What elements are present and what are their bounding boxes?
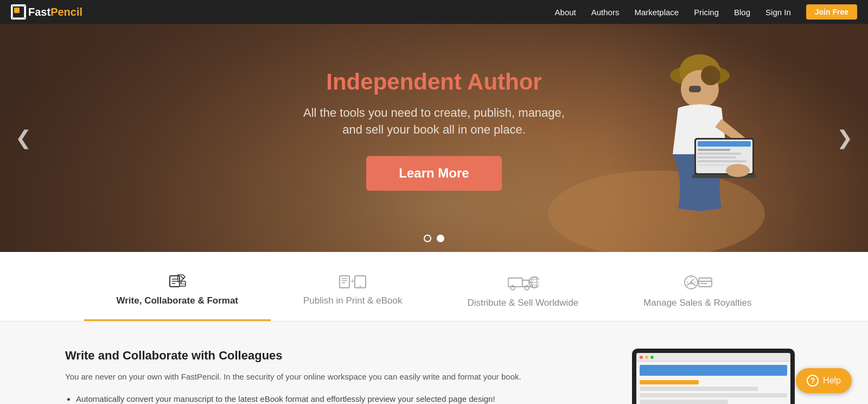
nav-sign-in[interactable]: Sign In [765,8,791,17]
svg-rect-33 [508,278,522,287]
hero-pagination [424,235,444,242]
logo-icon [11,4,26,20]
tab-write[interactable]: Write, Collaborate & Format [84,268,271,321]
hero-next-button[interactable]: ❯ [827,121,863,155]
svg-rect-25 [340,276,349,288]
svg-point-24 [180,282,182,284]
nav-blog[interactable]: Blog [734,8,750,17]
tab-publish[interactable]: + Publish in Print & eBook [271,268,435,321]
logo-fast-text: Fast [28,6,50,18]
logo[interactable]: Fast Pencil [11,4,82,20]
hero-dot-2[interactable] [437,235,444,242]
svg-point-32 [360,286,361,287]
hero-title: Independent Author [0,69,868,95]
nav-about[interactable]: About [555,8,576,17]
tab-write-icons [169,274,186,289]
content-image-area [629,349,803,404]
tab-publish-icons: + [339,274,367,289]
svg-text:+: + [350,276,355,285]
tab-distribute[interactable]: Distribute & Sell Worldwide [435,268,611,321]
hero-dot-1[interactable] [424,235,431,242]
tab-distribute-label: Distribute & Sell Worldwide [467,298,578,308]
tab-manage-label: Manage Sales & Royalties [643,298,751,308]
content-text-area: Write and Collaborate with Colleagues Yo… [65,349,586,404]
tab-publish-label: Publish in Print & eBook [303,295,402,306]
svg-rect-1 [14,8,19,12]
svg-line-22 [181,276,184,279]
tab-manage[interactable]: Manage Sales & Royalties [611,268,784,321]
learn-more-button[interactable]: Learn More [366,156,501,191]
content-bullet-1: Automatically convert your manuscript to… [76,393,586,404]
svg-point-43 [690,281,692,283]
nav-marketplace[interactable]: Marketplace [634,8,679,17]
nav-pricing[interactable]: Pricing [694,8,719,17]
logo-pencil-text: Pencil [50,6,82,18]
help-button[interactable]: ? Help [796,368,852,393]
svg-rect-0 [12,6,24,18]
help-label: Help [823,376,841,386]
tab-manage-icons [682,274,713,291]
join-free-button[interactable]: Join Free [806,4,857,20]
hero-prev-button[interactable]: ❮ [5,121,41,155]
hero-subtitle: All the tools you need to create, publis… [0,105,868,138]
svg-rect-47 [699,278,712,287]
laptop-mockup [632,349,800,404]
main-nav: About Authors Marketplace Pricing Blog S… [555,4,857,20]
hero-section: Independent Author All the tools you nee… [0,24,868,252]
site-header: Fast Pencil About Authors Marketplace Pr… [0,0,868,24]
content-description: You are never on your own with FastPenci… [65,370,586,383]
tab-distribute-icons [507,274,539,291]
content-bullets-list: Automatically convert your manuscript to… [65,393,586,404]
help-icon: ? [807,375,819,387]
nav-authors[interactable]: Authors [591,8,620,17]
hero-content: Independent Author All the tools you nee… [0,69,868,207]
tab-write-label: Write, Collaborate & Format [117,295,239,306]
content-title: Write and Collaborate with Colleagues [65,349,586,363]
content-section: Write and Collaborate with Colleagues Yo… [0,321,868,404]
features-tabs: Write, Collaborate & Format + Publish in… [0,252,868,321]
